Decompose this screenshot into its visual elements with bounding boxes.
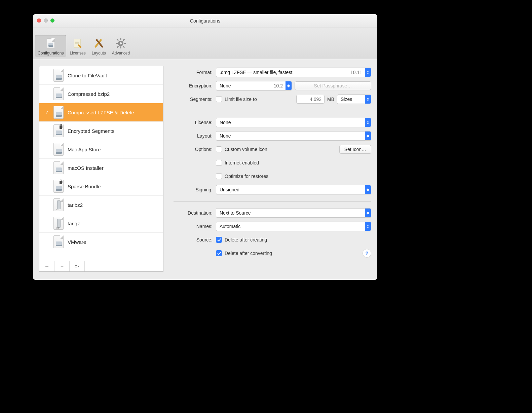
checkmark-icon: ✓ [45,110,49,115]
toolbar-tab-configurations[interactable]: Configurations [35,35,66,57]
toolbar-tab-licenses[interactable]: Licenses [67,35,88,57]
svg-rect-9 [124,43,126,44]
disk-icon [53,144,64,155]
archive-gz-icon: GZ [53,218,64,229]
svg-rect-16 [76,265,76,266]
svg-point-15 [76,266,76,267]
signing-popup[interactable]: Unsigned [216,185,371,194]
set-icon-button[interactable]: Set Icon… [339,145,371,154]
configuration-row[interactable]: ✓Clone to FileVault [39,66,163,85]
license-doc-icon [71,37,84,50]
names-label: Names: [174,224,213,229]
configuration-row-label: Compressed LZFSE & Delete [68,110,134,115]
segments-label: Segments: [174,97,213,102]
optimize-for-restores-checkbox[interactable] [216,173,222,179]
help-button[interactable]: ? [363,249,371,258]
toolbar-tab-label: Configurations [38,51,64,55]
config-page-icon [44,37,57,50]
configuration-row[interactable]: ✓macOS Installer [39,159,163,177]
configuration-row-label: Clone to FileVault [68,73,107,78]
chevrons-icon [365,222,371,231]
set-passphrase-button[interactable]: Set Passphrase… [295,81,371,90]
svg-rect-10 [117,39,119,41]
format-label: Format: [174,70,213,75]
configuration-row[interactable]: ✓Encrypted Segments [39,122,163,140]
configuration-row[interactable]: ✓BZtar.bz2 [39,196,163,214]
disk-locked-icon [53,125,64,137]
custom-volume-icon-checkbox[interactable] [216,146,222,152]
disk-icon [53,236,64,248]
configuration-row[interactable]: ✓Compressed LZFSE & Delete [39,103,163,122]
destination-popup[interactable]: Next to Source [216,208,371,218]
minimize-button[interactable] [44,18,48,23]
license-popup[interactable]: None [216,118,371,127]
gear-icon [114,37,127,50]
configuration-row-label: VMware [68,239,86,245]
configuration-row[interactable]: ✓Mac App Store [39,140,163,159]
format-popup[interactable]: .dmg LZFSE — smaller file, fastest 10.11 [216,68,371,77]
zoom-button[interactable] [50,18,54,23]
configuration-row[interactable]: ✓GZtar.gz [39,214,163,233]
disk-locked-icon [53,181,64,192]
layout-popup[interactable]: None [216,131,371,141]
configuration-row[interactable]: ✓Sparse Bundle [39,177,163,196]
checkmark-icon: ✓ [45,91,49,97]
close-button[interactable] [37,18,41,23]
tools-cross-icon [92,37,105,50]
configuration-row-label: Mac App Store [68,147,101,152]
source-label: Source: [174,237,213,242]
list-footer: ＋ － [39,261,163,272]
separator [174,111,371,111]
configuration-row-label: macOS Installer [68,165,104,171]
internet-enabled-checkbox[interactable] [216,160,222,166]
configuration-row-label: Encrypted Segments [68,128,114,134]
svg-rect-12 [117,46,119,48]
toolbar-tab-layouts[interactable]: Layouts [89,35,109,57]
disk-icon [53,70,64,81]
license-label: License: [174,120,213,125]
archive-bz-icon: BZ [53,199,64,211]
checkmark-icon: ✓ [45,221,49,226]
chevrons-icon [286,81,292,90]
encryption-popup[interactable]: None 10.2 [216,81,292,90]
configuration-row-label: tar.gz [68,221,80,226]
disk-icon [53,162,64,174]
checkmark-icon: ✓ [45,147,49,152]
chevrons-icon [365,118,371,127]
svg-point-5 [120,42,122,44]
toolbar-tab-advanced[interactable]: Advanced [109,35,132,57]
delete-after-creating-checkbox[interactable] [216,237,222,243]
window-title: Configurations [33,18,377,24]
destination-label: Destination: [174,210,213,216]
svg-rect-19 [77,266,77,267]
delete-after-converting-checkbox[interactable] [216,250,222,256]
limit-file-size-label: Limit file size to [225,97,257,102]
toolbar-tab-label: Licenses [70,51,85,55]
checkmark-icon: ✓ [45,73,49,78]
segment-size-input[interactable] [296,95,325,104]
names-popup[interactable]: Automatic [216,222,371,231]
toolbar-tab-label: Layouts [92,51,106,55]
chevrons-icon [365,132,371,140]
disk-icon [53,88,64,100]
svg-rect-17 [76,267,76,268]
svg-rect-7 [120,46,121,48]
remove-button[interactable]: － [54,261,70,271]
configuration-row[interactable]: ✓VMware [39,233,163,251]
configuration-row-label: Compressed bzip2 [68,91,110,97]
configurations-list[interactable]: ✓Clone to FileVault✓Compressed bzip2✓Com… [39,66,163,261]
checkmark-icon: ✓ [45,239,49,245]
svg-rect-11 [123,39,125,41]
preferences-window: Configurations Configurations Licenses [33,14,377,280]
configuration-row[interactable]: ✓Compressed bzip2 [39,85,163,103]
signing-label: Signing: [174,187,213,192]
add-button[interactable]: ＋ [39,261,54,271]
titlebar: Configurations [33,14,377,28]
configuration-row-label: tar.bz2 [68,202,83,208]
limit-file-size-checkbox[interactable] [216,96,222,102]
checkmark-icon: ✓ [45,184,49,189]
action-menu-button[interactable] [70,261,85,271]
sizes-popup[interactable]: Sizes [337,95,371,104]
chevrons-icon [365,209,371,217]
segment-size-unit: MB [327,97,334,102]
